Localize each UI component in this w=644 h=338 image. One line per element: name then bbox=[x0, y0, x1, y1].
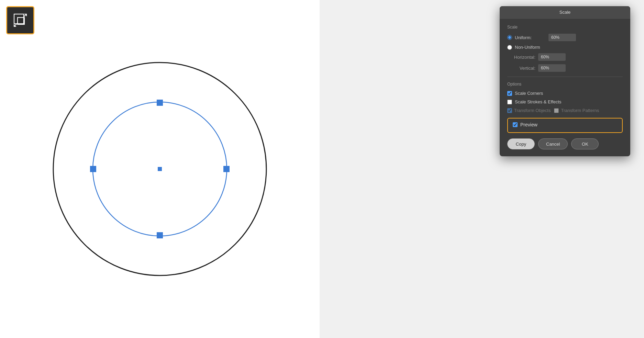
scale-dialog: Scale Scale Uniform: Non-Uniform Horizon… bbox=[500, 6, 630, 156]
nonuniform-label: Non-Uniform bbox=[515, 45, 540, 50]
center-handle bbox=[158, 167, 162, 171]
svg-rect-0 bbox=[14, 14, 24, 24]
uniform-radio-label[interactable]: Uniform: bbox=[507, 35, 548, 40]
transform-patterns-item: Transform Patterns bbox=[554, 108, 599, 113]
dialog-title: Scale bbox=[559, 10, 571, 15]
tool-icon bbox=[6, 6, 34, 34]
uniform-row: Uniform: bbox=[507, 34, 623, 41]
scale-section-label: Scale bbox=[507, 25, 623, 30]
vertical-label: Vertical: bbox=[507, 66, 538, 71]
handle-right bbox=[223, 166, 230, 172]
nonuniform-radio[interactable] bbox=[507, 45, 512, 50]
scale-strokes-row: Scale Strokes & Effects bbox=[507, 99, 623, 104]
uniform-radio[interactable] bbox=[507, 35, 512, 40]
nonuniform-radio-label[interactable]: Non-Uniform bbox=[507, 45, 548, 50]
canvas-area bbox=[0, 0, 320, 338]
scale-tool-icon bbox=[12, 12, 29, 29]
handle-bottom bbox=[157, 232, 163, 238]
preview-checkbox-row: Preview bbox=[513, 122, 617, 127]
button-row: Copy Cancel OK bbox=[507, 138, 623, 149]
svg-line-2 bbox=[24, 14, 26, 17]
scale-strokes-checkbox[interactable] bbox=[507, 100, 512, 104]
canvas-svg bbox=[40, 49, 280, 289]
ok-button[interactable]: OK bbox=[571, 138, 599, 149]
scale-corners-row: Scale Corners bbox=[507, 91, 623, 96]
preview-checkbox[interactable] bbox=[513, 122, 518, 127]
horizontal-row: Horizontal: bbox=[507, 53, 623, 61]
uniform-label: Uniform: bbox=[515, 35, 532, 40]
handle-top bbox=[157, 100, 163, 106]
cancel-button[interactable]: Cancel bbox=[538, 138, 568, 149]
vertical-row: Vertical: bbox=[507, 64, 623, 72]
scale-corners-checkbox[interactable] bbox=[507, 91, 512, 96]
scale-strokes-label: Scale Strokes & Effects bbox=[515, 99, 562, 104]
transform-objects-checkbox[interactable] bbox=[507, 108, 512, 113]
dialog-titlebar: Scale bbox=[500, 6, 630, 19]
transform-objects-item: Transform Objects bbox=[507, 108, 551, 113]
scale-corners-label: Scale Corners bbox=[515, 91, 543, 96]
preview-section: Preview bbox=[507, 118, 623, 133]
handle-left bbox=[90, 166, 96, 172]
divider-1 bbox=[507, 77, 623, 77]
preview-label: Preview bbox=[520, 122, 537, 127]
horizontal-label: Horizontal: bbox=[507, 55, 538, 60]
transform-patterns-label: Transform Patterns bbox=[561, 108, 599, 113]
transform-patterns-checkbox[interactable] bbox=[554, 108, 559, 113]
transform-objects-label: Transform Objects bbox=[514, 108, 551, 113]
svg-line-3 bbox=[14, 24, 17, 26]
dialog-body: Scale Uniform: Non-Uniform Horizontal: V… bbox=[500, 19, 630, 156]
copy-button[interactable]: Copy bbox=[507, 138, 535, 149]
transform-row: Transform Objects Transform Patterns bbox=[507, 108, 623, 113]
uniform-value-input[interactable] bbox=[548, 34, 576, 41]
options-section-label: Options bbox=[507, 82, 623, 87]
vertical-value-input[interactable] bbox=[538, 64, 566, 72]
nonuniform-row: Non-Uniform bbox=[507, 45, 623, 50]
horizontal-value-input[interactable] bbox=[538, 53, 566, 61]
